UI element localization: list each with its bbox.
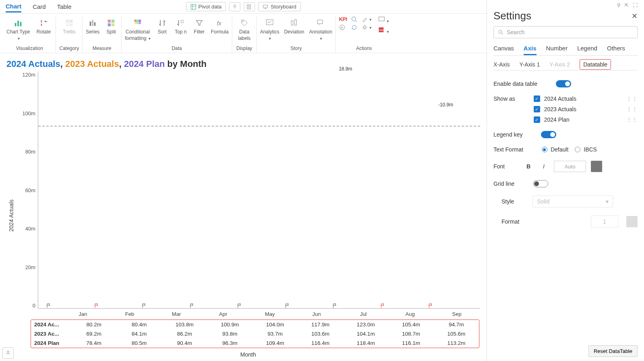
topn-button[interactable]: Top n xyxy=(174,16,188,35)
funnel-button[interactable] xyxy=(229,2,241,11)
ribbon: Chart Type Rotate Visualization Trellis … xyxy=(0,14,487,53)
sort-button[interactable]: Sort xyxy=(155,16,169,35)
screen-button[interactable] xyxy=(378,16,389,24)
formula-button[interactable]: fxFormula xyxy=(211,16,229,35)
svg-text:A: A xyxy=(341,26,343,29)
pivot-data-button[interactable]: Pivot data xyxy=(186,2,226,11)
toggle-gridline[interactable] xyxy=(533,180,548,187)
data-table: 2024 Ac...80.2m80.4m103.8m100.9m104.0m11… xyxy=(31,320,479,348)
checkbox-2024-plan[interactable]: ✓ xyxy=(534,116,540,123)
pdf-button[interactable]: PDF xyxy=(378,27,389,35)
svg-rect-8 xyxy=(70,20,72,23)
toggle-legend-key[interactable] xyxy=(541,131,556,138)
svg-point-39 xyxy=(499,30,502,33)
refresh-button[interactable] xyxy=(351,24,357,31)
window-controls[interactable]: ⚲⇱⛶ xyxy=(493,2,638,9)
brush-icon xyxy=(361,16,368,23)
checkbox-2023-actuals[interactable]: ✓ xyxy=(534,106,540,112)
group-story: Story xyxy=(291,44,302,53)
svg-point-34 xyxy=(363,26,366,29)
magnify-button[interactable] xyxy=(351,16,357,23)
svg-rect-30 xyxy=(317,20,322,24)
filter-icon xyxy=(194,18,204,28)
svg-rect-23 xyxy=(139,22,141,24)
split-button[interactable]: Split xyxy=(104,16,118,35)
svg-rect-29 xyxy=(295,20,297,25)
x-axis-title: Month xyxy=(16,350,480,359)
subtab-yaxis1[interactable]: Y-Axis 1 xyxy=(519,59,540,70)
svg-point-24 xyxy=(181,20,184,23)
svg-text:PDF: PDF xyxy=(379,29,384,31)
pin-icon[interactable]: ⚲ xyxy=(617,2,621,9)
trellis-button[interactable]: Trellis xyxy=(60,16,78,35)
svg-rect-9 xyxy=(66,23,69,26)
text-a-button[interactable]: A xyxy=(339,24,347,31)
refresh-icon xyxy=(351,24,357,31)
annotation-button[interactable]: Annotation xyxy=(309,16,332,41)
tab-axis[interactable]: Axis xyxy=(524,42,537,55)
font-size-input[interactable]: Auto xyxy=(554,161,586,172)
settings-title: Settings xyxy=(493,10,531,22)
svg-point-38 xyxy=(7,351,9,353)
search-input[interactable]: Search xyxy=(493,26,638,38)
label-style: Style xyxy=(502,198,514,205)
drag-handle-icon[interactable]: ⋮⋮ xyxy=(626,116,638,123)
drag-handle-icon[interactable]: ⋮⋮ xyxy=(626,106,638,112)
kpi-button[interactable]: KPI xyxy=(339,16,347,23)
share-icon[interactable]: ⇱ xyxy=(625,2,629,9)
label-font: Font xyxy=(493,163,505,170)
gear-button[interactable] xyxy=(361,24,372,31)
radio-default[interactable] xyxy=(542,147,547,152)
subtab-datatable[interactable]: Datatable xyxy=(580,59,611,70)
select-style: Solid▾ xyxy=(533,195,613,207)
tab-chart[interactable]: Chart xyxy=(6,1,21,12)
filter-button[interactable]: Filter xyxy=(192,16,206,35)
x-axis-ticks: JanFebMarAprMayJunJulAugSep xyxy=(60,309,480,320)
close-icon[interactable]: ✕ xyxy=(632,12,638,21)
subtab-yaxis2: Y-Axis 2 xyxy=(549,59,570,70)
label-format: Format xyxy=(502,218,519,225)
radio-ibcs[interactable] xyxy=(575,147,580,152)
data-labels-button[interactable]: Datalabels xyxy=(235,16,253,41)
svg-rect-18 xyxy=(134,20,137,22)
annotation-icon xyxy=(316,18,326,28)
group-actions: Actions xyxy=(356,44,372,53)
storyboard-button[interactable]: Storyboard xyxy=(258,2,301,11)
italic-button[interactable]: I xyxy=(539,161,549,172)
bold-button[interactable]: B xyxy=(523,161,534,172)
svg-rect-13 xyxy=(94,22,96,26)
chart-type-button[interactable]: Chart Type xyxy=(6,16,30,41)
tab-canvas[interactable]: Canvas xyxy=(493,42,514,55)
rotate-button[interactable]: Rotate xyxy=(35,16,52,35)
deviation-button[interactable]: Deviation xyxy=(284,16,304,35)
reset-datatable-button[interactable]: Reset DataTable xyxy=(588,345,638,357)
settings-tabs: Canvas Axis Number Legend Others xyxy=(493,42,638,56)
series-button[interactable]: Series xyxy=(86,16,99,35)
split-icon xyxy=(106,18,116,28)
tab-card[interactable]: Card xyxy=(33,2,46,12)
toggle-enable-datatable[interactable] xyxy=(556,80,571,87)
conditional-formatting-button[interactable]: Conditional formatting xyxy=(125,16,151,41)
drag-handle-icon[interactable]: ⋮⋮ xyxy=(626,95,638,102)
rotate-icon xyxy=(38,18,49,28)
label-gridline: Grid line xyxy=(493,180,514,187)
analytics-button[interactable]: Analytics xyxy=(260,16,279,41)
topn-icon xyxy=(175,18,186,28)
brush-button[interactable] xyxy=(361,16,372,23)
label-legend-key: Legend key xyxy=(493,131,522,138)
tab-number[interactable]: Number xyxy=(546,42,568,55)
label-text-format: Text Format xyxy=(493,146,523,153)
tab-legend[interactable]: Legend xyxy=(577,42,597,55)
svg-text:fx: fx xyxy=(217,20,222,27)
notes-button[interactable] xyxy=(244,2,255,11)
tab-others[interactable]: Others xyxy=(607,42,625,55)
gear-icon xyxy=(361,24,368,31)
expand-icon[interactable]: ⛶ xyxy=(633,2,638,9)
magnify-icon xyxy=(351,16,357,23)
tab-table[interactable]: Table xyxy=(57,2,72,12)
font-color-swatch[interactable] xyxy=(591,161,602,172)
assist-button[interactable] xyxy=(2,347,14,359)
checkbox-2024-actuals[interactable]: ✓ xyxy=(534,95,540,102)
subtab-xaxis[interactable]: X-Axis xyxy=(493,59,510,70)
y-axis-title: 2024 Actuals xyxy=(8,199,14,232)
